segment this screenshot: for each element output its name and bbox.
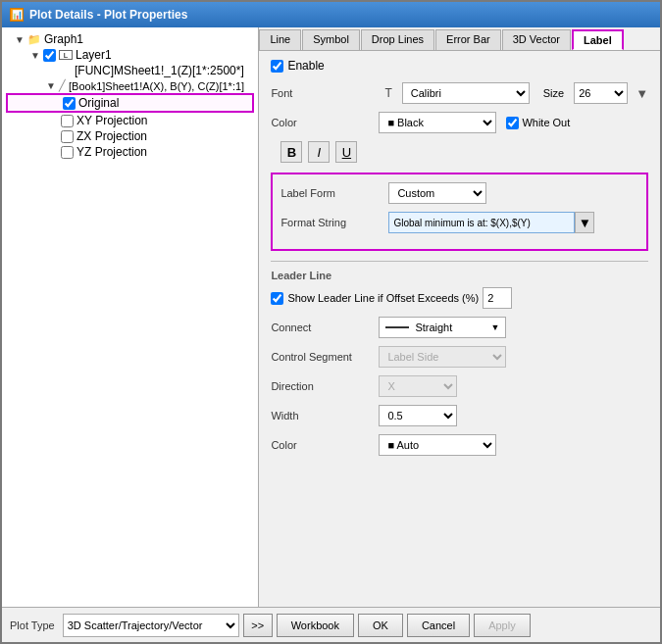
format-string-label: Format String (280, 217, 388, 228)
tree-panel: ▼ 📁 Graph1 ▼ L Layer1 [FUNC]MSheet1!_1(Z… (2, 27, 259, 607)
tree-item-xy[interactable]: XY Projection (6, 113, 254, 128)
color2-select[interactable]: ■ Auto (379, 434, 496, 456)
folder-icon-graph1: 📁 (27, 33, 41, 46)
title-icon: 📊 (10, 8, 24, 22)
tree-label-xy: XY Projection (76, 114, 148, 127)
enable-label: Enable (287, 59, 324, 73)
show-leader-row: Show Leader Line if Offset Exceeds (%) (271, 287, 648, 309)
color2-label: Color (271, 439, 379, 451)
leader-section: Leader Line Show Leader Line if Offset E… (271, 270, 648, 456)
tree-item-layer1[interactable]: ▼ L Layer1 (6, 47, 254, 63)
format-string-input[interactable] (388, 212, 575, 233)
workbook-button[interactable]: Workbook (277, 614, 354, 637)
label-form-select[interactable]: Custom (388, 182, 486, 204)
tree-label-zx: ZX Projection (76, 129, 147, 143)
checkbox-original[interactable] (63, 97, 76, 110)
right-panel: Line Symbol Drop Lines Error Bar 3D Vect… (259, 27, 660, 607)
plot-type-select[interactable]: 3D Scatter/Trajectory/Vector (63, 614, 239, 637)
direction-select[interactable]: X (379, 375, 457, 397)
label-form-section: Label Form Custom Format String ▼ (271, 173, 648, 251)
show-leader-checkbox[interactable] (271, 292, 283, 305)
checkbox-layer1[interactable] (43, 49, 56, 62)
enable-row: Enable (271, 59, 648, 73)
tree-label-yz: YZ Projection (76, 145, 147, 159)
italic-button[interactable]: I (308, 141, 330, 163)
enable-checkbox[interactable] (271, 60, 283, 73)
connect-row: Connect Straight ▼ (271, 317, 648, 338)
tab-label[interactable]: Label (572, 29, 624, 50)
checkbox-yz[interactable] (61, 146, 74, 159)
tab-drop-lines[interactable]: Drop Lines (361, 29, 434, 50)
window-title: Plot Details - Plot Properties (29, 8, 187, 22)
control-segment-select[interactable]: Label Side (379, 346, 506, 368)
divider (271, 261, 648, 262)
control-segment-label: Control Segment (271, 351, 379, 363)
tab-symbol[interactable]: Symbol (302, 29, 360, 50)
tree-label-original: Original (78, 96, 119, 110)
width-row: Width 0.5 (271, 405, 648, 426)
font-row: Font T Calibri Size 26 ▼ (271, 82, 648, 104)
checkbox-zx[interactable] (61, 130, 74, 143)
underline-button[interactable]: U (335, 141, 357, 163)
straight-line-icon (385, 326, 409, 328)
direction-label: Direction (271, 380, 379, 392)
white-out-group: White Out (506, 117, 570, 129)
expand-icon-func (45, 65, 57, 76)
tree-label-func: [FUNC]MSheet1!_1(Z)[1*:2500*] (75, 64, 244, 77)
width-select[interactable]: 0.5 (379, 405, 457, 426)
color2-row: Color ■ Auto (271, 434, 648, 456)
tab-error-bar[interactable]: Error Bar (435, 29, 501, 50)
book1-dash-icon: ╱ (59, 79, 66, 92)
show-leader-label: Show Leader Line if Offset Exceeds (%) (287, 292, 479, 304)
size-label: Size (543, 87, 564, 99)
tree-item-book1[interactable]: ▼ ╱ [Book1]Sheet1!A(X), B(Y), C(Z)[1*:1] (6, 78, 254, 93)
color-row: Color ■ Black White Out (271, 112, 648, 133)
expand-icon-graph1: ▼ (14, 33, 25, 45)
expand-icon-book1: ▼ (45, 80, 57, 92)
expand-icon-layer1: ▼ (29, 49, 41, 61)
tree-item-zx[interactable]: ZX Projection (6, 128, 254, 144)
cancel-button[interactable]: Cancel (407, 614, 470, 637)
connect-value: Straight (415, 322, 452, 333)
white-out-checkbox[interactable] (506, 117, 519, 129)
tree-item-graph1[interactable]: ▼ 📁 Graph1 (6, 31, 254, 47)
direction-row: Direction X (271, 375, 648, 397)
leader-offset-input[interactable] (483, 287, 512, 309)
leader-line-title: Leader Line (271, 270, 648, 281)
tree-item-func[interactable]: [FUNC]MSheet1!_1(Z)[1*:2500*] (6, 63, 254, 78)
main-window: 📊 Plot Details - Plot Properties ▼ 📁 Gra… (0, 0, 662, 644)
format-string-dropdown[interactable]: ▼ (575, 212, 594, 233)
tree-item-yz[interactable]: YZ Projection (6, 144, 254, 160)
label-form-label: Label Form (280, 187, 388, 199)
bottom-bar: Plot Type 3D Scatter/Trajectory/Vector >… (2, 607, 660, 642)
plot-type-label: Plot Type (10, 619, 55, 631)
apply-button[interactable]: Apply (474, 614, 531, 637)
font-t-icon: T (384, 86, 391, 100)
tree-label-graph1: Graph1 (44, 32, 83, 46)
tab-3d-vector[interactable]: 3D Vector (502, 29, 571, 50)
width-label: Width (271, 410, 379, 421)
tree-label-layer1: Layer1 (76, 48, 112, 62)
size-dropdown-icon[interactable]: ▼ (636, 86, 648, 101)
connect-select[interactable]: Straight ▼ (379, 317, 506, 338)
layer-icon: L (59, 50, 73, 60)
font-label: Font (271, 87, 379, 99)
title-bar: 📊 Plot Details - Plot Properties (2, 2, 660, 27)
tree-item-original[interactable]: Original (6, 93, 254, 113)
content-area: ▼ 📁 Graph1 ▼ L Layer1 [FUNC]MSheet1!_1(Z… (2, 27, 660, 607)
tree-label-book1: [Book1]Sheet1!A(X), B(Y), C(Z)[1*:1] (69, 80, 244, 92)
bold-button[interactable]: B (280, 141, 302, 163)
checkbox-xy[interactable] (61, 115, 74, 127)
format-string-row: Format String ▼ (280, 212, 638, 233)
text-format-row: B I U (271, 141, 648, 163)
arrows-button[interactable]: >> (243, 614, 273, 637)
connect-dropdown-icon: ▼ (490, 322, 499, 332)
size-select[interactable]: 26 (574, 82, 628, 104)
control-segment-row: Control Segment Label Side (271, 346, 648, 368)
color-select[interactable]: ■ Black (379, 112, 496, 133)
white-out-label: White Out (522, 117, 570, 128)
ok-button[interactable]: OK (358, 614, 403, 637)
font-select[interactable]: Calibri (402, 82, 530, 104)
tab-line[interactable]: Line (259, 29, 301, 50)
form-area: Enable Font T Calibri Size 26 ▼ (259, 51, 660, 607)
